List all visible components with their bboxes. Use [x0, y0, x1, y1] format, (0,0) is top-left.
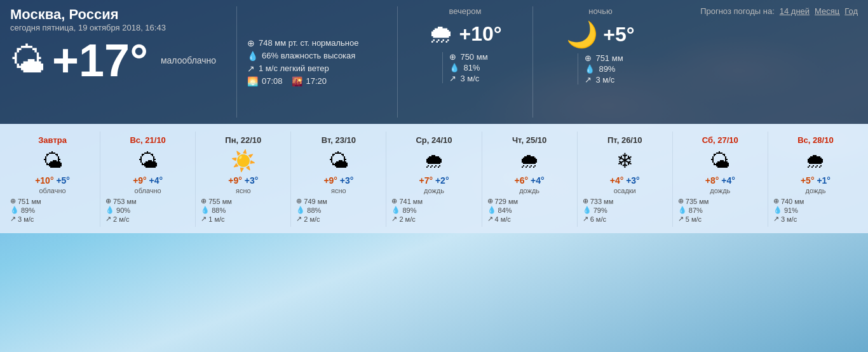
day-condition-0: облачно [39, 187, 65, 194]
day-condition-3: ясно [331, 187, 346, 194]
day-label-8: Вс, 28/10 [797, 135, 833, 145]
day-details-6: ⊕ 733 мм 💧 79% ↗ 6 м/с [580, 197, 670, 223]
forecast-day-8[interactable]: Вс, 28/10 🌧 +5° +1° дождь ⊕ 740 мм 💧 91%… [768, 132, 863, 227]
day-humidity-icon-2: 💧 [201, 206, 210, 214]
pressure-icon: ⊕ [247, 38, 255, 48]
divider-2 [397, 6, 398, 118]
day-pressure-6: 733 мм [590, 198, 614, 205]
day-wind-row-1: ↗ 2 м/с [105, 215, 129, 223]
temp-max-7: +8° [705, 175, 719, 186]
day-wind-row-4: ↗ 2 м/с [391, 215, 415, 223]
day-icon-2: ☀️ [231, 149, 256, 173]
day-humidity-8: 91% [784, 206, 798, 214]
day-wind-4: 2 м/с [399, 215, 415, 223]
forecast-day-2[interactable]: Пн, 22/10 ☀️ +9° +3° ясно ⊕ 755 мм 💧 88%… [196, 132, 291, 227]
divider-3 [532, 6, 533, 118]
day-label-7: Сб, 27/10 [702, 135, 738, 145]
current-weather-icon: 🌤 [10, 43, 46, 78]
day-details-4: ⊕ 741 мм 💧 89% ↗ 2 м/с [389, 197, 478, 223]
day-wind-icon-7: ↗ [678, 215, 684, 223]
day-condition-4: дождь [424, 187, 444, 194]
temp-min-5: +4° [531, 175, 545, 186]
day-pressure-icon-0: ⊕ [10, 197, 16, 205]
day-condition-6: осадки [614, 187, 636, 194]
day-wind-icon-1: ↗ [105, 215, 111, 223]
day-icon-1: 🌤 [138, 149, 158, 173]
night-icon: 🌙 [566, 20, 598, 50]
forecast-day-5[interactable]: Чт, 25/10 🌧 +6° +4° дождь ⊕ 729 мм 💧 84%… [482, 132, 578, 227]
day-humidity-icon-1: 💧 [105, 206, 114, 214]
forecast-day-7[interactable]: Сб, 27/10 🌤 +8° +4° дождь ⊕ 735 мм 💧 87%… [673, 132, 768, 227]
day-humidity-7: 87% [689, 206, 703, 214]
night-humidity: 💧 89% [585, 64, 623, 74]
evening-humidity: 💧 81% [449, 63, 487, 72]
night-weather: 🌙 +5° [566, 20, 634, 50]
night-wind: ↗ 3 м/с [585, 75, 623, 85]
day-humidity-icon-0: 💧 [10, 206, 19, 214]
temp-min-6: +3° [626, 175, 640, 186]
day-label-4: Ср, 24/10 [416, 135, 452, 145]
day-pressure-icon-1: ⊕ [105, 197, 111, 205]
day-humidity-row-7: 💧 87% [678, 206, 703, 214]
day-details-0: ⊕ 751 мм 💧 89% ↗ 3 м/с [8, 197, 97, 223]
day-wind-row-6: ↗ 6 м/с [583, 215, 606, 223]
day-label-3: Вт, 23/10 [322, 135, 356, 145]
temp-min-7: +4° [721, 175, 735, 186]
day-wind-0: 3 м/с [18, 215, 34, 223]
forecast-year-link[interactable]: Год [844, 6, 858, 16]
day-condition-2: ясно [236, 187, 251, 194]
day-label-1: Вс, 21/10 [130, 135, 165, 145]
forecast-day-6[interactable]: Пт, 26/10 ❄ +4° +3° осадки ⊕ 733 мм 💧 79… [578, 132, 673, 227]
day-pressure-row-2: ⊕ 755 мм [201, 197, 232, 205]
day-wind-icon-3: ↗ [296, 215, 302, 223]
day-pressure-row-8: ⊕ 740 мм [773, 197, 804, 205]
day-pressure-2: 755 мм [208, 198, 232, 205]
day-humidity-4: 89% [402, 206, 416, 214]
day-wind-row-5: ↗ 4 м/с [487, 215, 511, 223]
top-panel: Москва, Россия сегодня пятница, 19 октяб… [0, 0, 868, 124]
sunrise-icon: 🌅 [247, 76, 258, 86]
evening-wind-icon: ↗ [449, 74, 456, 83]
day-wind-icon-5: ↗ [487, 215, 493, 223]
wind-icon: ↗ [247, 64, 255, 74]
forecast-day-4[interactable]: Ср, 24/10 🌧 +7° +2° дождь ⊕ 741 мм 💧 89%… [386, 132, 482, 227]
day-humidity-1: 90% [116, 206, 130, 214]
temp-max-3: +9° [323, 175, 337, 186]
forecast-14days-link[interactable]: 14 дней [780, 6, 810, 16]
day-humidity-row-3: 💧 88% [296, 206, 321, 214]
temp-max-4: +7° [419, 175, 433, 186]
day-wind-2: 1 м/с [208, 215, 224, 223]
day-pressure-row-7: ⊕ 735 мм [678, 197, 709, 205]
day-details-5: ⊕ 729 мм 💧 84% ↗ 4 м/с [485, 197, 574, 223]
day-details-2: ⊕ 755 мм 💧 88% ↗ 1 м/с [198, 197, 288, 223]
forecast-day-0[interactable]: Завтра 🌤 +10° +5° облачно ⊕ 751 мм 💧 89%… [5, 132, 100, 227]
day-pressure-icon-2: ⊕ [201, 197, 207, 205]
day-condition-7: дождь [710, 187, 730, 194]
day-icon-3: 🌤 [329, 149, 349, 173]
evening-temp: +10° [459, 22, 501, 46]
day-wind-7: 5 м/с [686, 215, 702, 223]
evening-pressure-icon: ⊕ [449, 52, 456, 62]
sunset-value: 17:20 [306, 76, 327, 86]
evening-icon: 🌧 [428, 20, 454, 48]
night-details: ⊕ 751 мм 💧 89% ↗ 3 м/с [578, 53, 623, 85]
forecast-day-1[interactable]: Вс, 21/10 🌤 +9° +4° облачно ⊕ 753 мм 💧 9… [100, 132, 196, 227]
day-temps-3: +9° +3° [323, 175, 353, 186]
day-condition-1: облачно [135, 187, 161, 194]
day-pressure-5: 729 мм [495, 198, 519, 205]
wind-value: 1 м/с легкий ветер [259, 64, 329, 73]
forecast-month-link[interactable]: Месяц [815, 6, 839, 16]
current-condition: малооблачно [161, 55, 216, 65]
day-humidity-2: 88% [212, 206, 226, 214]
day-temps-7: +8° +4° [705, 175, 735, 186]
current-weather-section: Москва, Россия сегодня пятница, 19 октяб… [10, 6, 226, 118]
day-icon-7: 🌤 [710, 149, 730, 173]
city-name: Москва, Россия [10, 6, 226, 23]
day-icon-4: 🌧 [424, 149, 444, 173]
day-wind-icon-0: ↗ [10, 215, 16, 223]
sun-row: 🌅 07:08 🌇 17:20 [247, 76, 387, 86]
forecast-day-3[interactable]: Вт, 23/10 🌤 +9° +3° ясно ⊕ 749 мм 💧 88% … [291, 132, 386, 227]
temp-max-5: +6° [515, 175, 529, 186]
humidity-icon: 💧 [247, 51, 258, 61]
temp-min-3: +3° [340, 175, 354, 186]
